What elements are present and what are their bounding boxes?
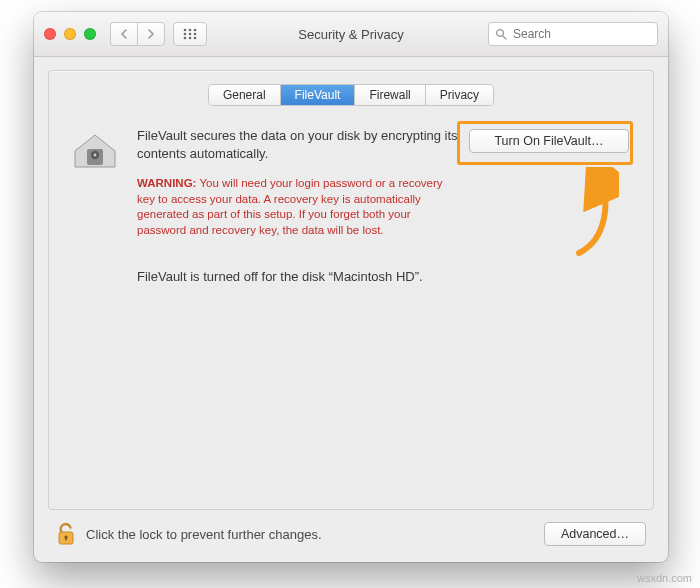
tab-general[interactable]: General [209,85,281,105]
turn-on-group: Turn On FileVault… [467,123,631,157]
svg-point-8 [194,37,197,40]
svg-point-7 [189,37,192,40]
svg-point-1 [189,29,192,32]
search-input[interactable] [511,26,651,42]
tab-firewall[interactable]: Firewall [355,85,425,105]
content-panel: General FileVault Firewall Privacy FileV… [48,70,654,510]
svg-point-0 [184,29,187,32]
turn-on-filevault-button[interactable]: Turn On FileVault… [469,129,629,153]
warning-text: WARNING: You will need your login passwo… [137,176,459,238]
tab-bar: General FileVault Firewall Privacy [49,85,653,105]
svg-point-4 [189,33,192,36]
svg-line-10 [503,36,506,39]
chevron-left-icon [120,29,128,39]
tab-filevault[interactable]: FileVault [281,85,356,105]
titlebar: Security & Privacy [34,12,668,57]
intro-text: FileVault secures the data on your disk … [137,127,459,162]
zoom-icon[interactable] [84,28,96,40]
filevault-icon [71,129,119,169]
tab-privacy[interactable]: Privacy [426,85,493,105]
show-all-button[interactable] [173,22,207,46]
preferences-window: Security & Privacy General FileVault Fir… [34,12,668,562]
svg-point-13 [94,154,97,157]
svg-point-3 [184,33,187,36]
annotation-arrow-icon [549,167,619,257]
svg-rect-16 [65,537,67,540]
minimize-icon[interactable] [64,28,76,40]
back-button[interactable] [110,22,137,46]
svg-point-5 [194,33,197,36]
body-text-block: FileVault secures the data on your disk … [137,127,459,286]
chevron-right-icon [147,29,155,39]
window-controls [44,28,96,40]
watermark: wsxdn.com [637,572,692,584]
svg-point-2 [194,29,197,32]
lock-text: Click the lock to prevent further change… [86,527,322,542]
lock-icon[interactable] [56,521,76,547]
filevault-pane: FileVault secures the data on your disk … [67,123,635,495]
search-field[interactable] [488,22,658,46]
forward-button[interactable] [137,22,165,46]
nav-buttons [110,22,165,46]
advanced-button[interactable]: Advanced… [544,522,646,546]
close-icon[interactable] [44,28,56,40]
footer: Click the lock to prevent further change… [48,514,654,554]
warning-label: WARNING: [137,177,196,189]
search-icon [495,28,507,40]
svg-point-6 [184,37,187,40]
status-text: FileVault is turned off for the disk “Ma… [137,268,459,286]
grid-icon [183,28,197,40]
